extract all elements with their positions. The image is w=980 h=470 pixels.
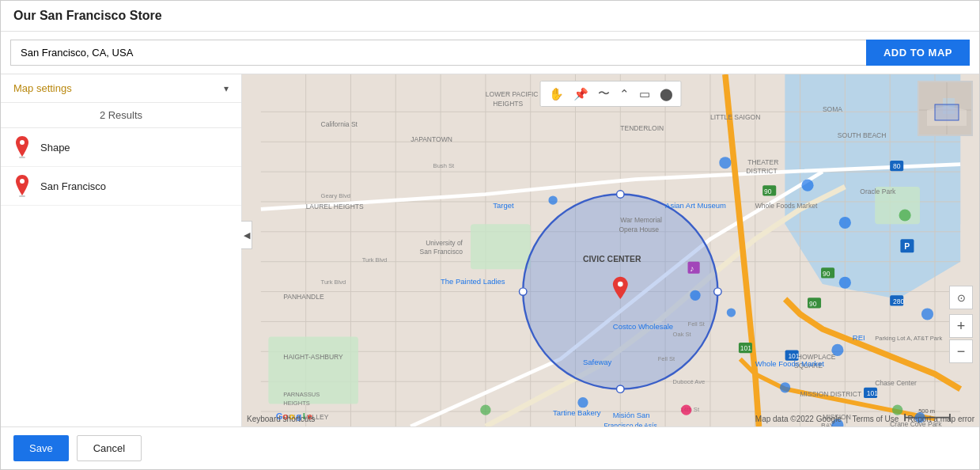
search-input[interactable] bbox=[10, 40, 866, 66]
map-settings-label: Map settings bbox=[13, 82, 72, 94]
svg-point-104 bbox=[899, 209, 911, 221]
zoom-out-button[interactable]: − bbox=[949, 339, 973, 363]
svg-text:Misión San: Misión San bbox=[613, 411, 650, 419]
svg-text:REI: REI bbox=[853, 333, 865, 342]
svg-text:80: 80 bbox=[893, 162, 901, 170]
svg-text:101: 101 bbox=[788, 352, 799, 360]
svg-point-36 bbox=[617, 191, 624, 198]
svg-text:JAPANTOWN: JAPANTOWN bbox=[411, 135, 452, 143]
svg-point-3 bbox=[20, 179, 25, 184]
svg-text:San Francisco: San Francisco bbox=[420, 248, 464, 256]
svg-rect-33 bbox=[471, 224, 531, 269]
map-settings-toggle[interactable]: Map settings ▾ bbox=[1, 74, 241, 103]
svg-point-106 bbox=[690, 290, 700, 301]
svg-text:HAIGHT-ASHBURY: HAIGHT-ASHBURY bbox=[283, 353, 343, 361]
map-container[interactable]: California St LOWER PACIFIC HEIGHTS JAPA… bbox=[242, 74, 979, 426]
circle-tool-button[interactable]: ⬤ bbox=[656, 85, 676, 103]
svg-text:Oracle Park: Oracle Park bbox=[860, 188, 896, 195]
zoom-controls: ⊙ + − bbox=[949, 286, 973, 363]
svg-text:CIVIC CENTER: CIVIC CENTER bbox=[583, 255, 641, 263]
svg-text:Crane Cove Park: Crane Cove Park bbox=[890, 420, 942, 426]
svg-text:THEATER: THEATER bbox=[747, 158, 778, 166]
svg-text:Turk Blvd: Turk Blvd bbox=[362, 256, 388, 263]
locate-button[interactable]: ⊙ bbox=[949, 286, 973, 309]
svg-point-105 bbox=[839, 277, 851, 289]
svg-text:Fell St: Fell St bbox=[658, 355, 675, 362]
svg-point-111 bbox=[681, 405, 691, 415]
sidebar-toggle-button[interactable]: ◀ bbox=[241, 221, 252, 249]
svg-point-101 bbox=[719, 157, 731, 169]
svg-text:LOWER PACIFIC: LOWER PACIFIC bbox=[486, 90, 539, 98]
rectangle-tool-button[interactable]: ▭ bbox=[636, 85, 653, 103]
svg-point-112 bbox=[780, 382, 790, 392]
svg-point-110 bbox=[831, 344, 843, 356]
svg-text:o: o bbox=[282, 411, 288, 421]
svg-text:Fell St: Fell St bbox=[688, 320, 706, 328]
svg-text:DISTRICT: DISTRICT bbox=[746, 167, 777, 175]
svg-text:Chase Center: Chase Center bbox=[875, 379, 917, 387]
page-title: Our San Francisco Store bbox=[13, 9, 967, 23]
svg-text:Oak St: Oak St bbox=[673, 331, 692, 338]
shape-label: Shape bbox=[40, 142, 70, 154]
map-toolbar: ✋ 📌 〜 ⌃ ▭ ⬤ bbox=[540, 81, 682, 107]
path-tool-button[interactable]: ⌃ bbox=[616, 85, 633, 103]
svg-text:LAUREL HEIGHTS: LAUREL HEIGHTS bbox=[306, 203, 364, 210]
svg-text:o: o bbox=[289, 411, 295, 421]
svg-text:SOUTH BEACH: SOUTH BEACH bbox=[838, 131, 887, 139]
pin-icon-sf bbox=[13, 175, 31, 197]
svg-text:MISSION DISTRICT: MISSION DISTRICT bbox=[800, 390, 862, 398]
pin-tool-button[interactable]: 📌 bbox=[570, 85, 592, 103]
svg-text:280: 280 bbox=[893, 298, 904, 305]
cancel-button[interactable]: Cancel bbox=[77, 435, 142, 461]
sidebar: Map settings ▾ 2 Results Shape S bbox=[1, 74, 242, 426]
svg-text:Geary Blvd: Geary Blvd bbox=[321, 192, 350, 199]
svg-text:Asian Art Museum: Asian Art Museum bbox=[665, 201, 726, 210]
svg-text:SOMA: SOMA bbox=[823, 105, 842, 113]
svg-text:HEIGHTS: HEIGHTS bbox=[493, 100, 523, 108]
minimap[interactable] bbox=[918, 81, 973, 136]
main-area: Map settings ▾ 2 Results Shape S bbox=[1, 74, 979, 426]
search-row: ADD TO MAP bbox=[1, 32, 979, 74]
list-item[interactable]: Shape bbox=[1, 128, 241, 167]
svg-point-107 bbox=[548, 195, 557, 204]
svg-text:PANHANDLE: PANHANDLE bbox=[283, 293, 324, 301]
svg-text:Target: Target bbox=[493, 201, 514, 210]
zoom-in-button[interactable]: + bbox=[949, 314, 973, 338]
svg-point-1 bbox=[20, 140, 25, 145]
svg-point-108 bbox=[727, 308, 736, 316]
svg-text:90: 90 bbox=[823, 270, 831, 278]
svg-text:Francisco de Asís: Francisco de Asís bbox=[604, 422, 656, 426]
chevron-down-icon: ▾ bbox=[224, 83, 229, 94]
svg-point-38 bbox=[617, 385, 624, 392]
svg-text:University of: University of bbox=[426, 239, 463, 247]
san-francisco-label: San Francisco bbox=[40, 180, 106, 192]
svg-text:Turk Blvd: Turk Blvd bbox=[321, 279, 346, 286]
svg-text:Costco Wholesale: Costco Wholesale bbox=[613, 322, 673, 331]
svg-text:War Memorial: War Memorial bbox=[620, 216, 662, 224]
svg-point-116 bbox=[914, 412, 925, 423]
svg-text:Opera House: Opera House bbox=[619, 226, 659, 233]
svg-text:l: l bbox=[303, 411, 305, 421]
svg-text:Tartine Bakery: Tartine Bakery bbox=[553, 408, 601, 417]
svg-text:e: e bbox=[308, 411, 312, 421]
svg-text:101: 101 bbox=[867, 389, 878, 397]
svg-text:101: 101 bbox=[740, 344, 751, 352]
svg-point-102 bbox=[801, 180, 813, 191]
svg-text:PARNASSUS: PARNASSUS bbox=[283, 391, 320, 398]
svg-text:Whole Foods Market: Whole Foods Market bbox=[755, 202, 818, 210]
svg-point-118 bbox=[480, 405, 490, 415]
svg-text:g: g bbox=[296, 411, 301, 421]
svg-text:Whole Foods Market: Whole Foods Market bbox=[755, 359, 825, 368]
list-item[interactable]: San Francisco bbox=[1, 167, 241, 206]
hand-tool-button[interactable]: ✋ bbox=[546, 85, 567, 103]
results-count: 2 Results bbox=[1, 103, 241, 128]
save-button[interactable]: Save bbox=[13, 435, 69, 461]
svg-text:The Painted Ladies: The Painted Ladies bbox=[441, 277, 505, 286]
header: Our San Francisco Store bbox=[1, 1, 979, 32]
footer: Save Cancel bbox=[1, 426, 979, 469]
svg-point-39 bbox=[519, 288, 526, 295]
polyline-tool-button[interactable]: 〜 bbox=[595, 85, 613, 103]
svg-text:♪: ♪ bbox=[690, 264, 694, 273]
add-to-map-button[interactable]: ADD TO MAP bbox=[866, 40, 970, 66]
svg-point-115 bbox=[892, 405, 902, 415]
